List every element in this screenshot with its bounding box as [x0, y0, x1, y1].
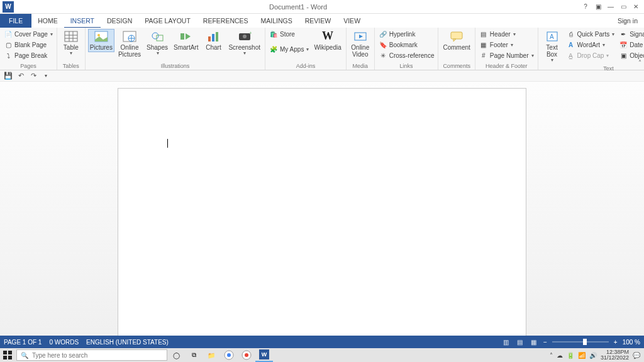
redo-button[interactable]: ↷ — [29, 72, 38, 80]
cover-page-button[interactable]: 📄Cover Page▾ — [3, 29, 54, 39]
view-read-mode-button[interactable]: ▥ — [502, 337, 511, 346]
bookmark-button[interactable]: 🔖Bookmark — [377, 40, 436, 50]
taskbar-chrome-2[interactable] — [238, 348, 255, 362]
my-apps-button[interactable]: 🧩My Apps▾ — [268, 44, 310, 54]
hyperlink-button[interactable]: 🔗Hyperlink — [377, 29, 436, 39]
svg-point-6 — [97, 34, 100, 36]
screenshot-icon: + — [237, 30, 252, 43]
header-button[interactable]: ▤Header▾ — [478, 29, 535, 39]
tab-review[interactable]: REVIEW — [299, 14, 337, 28]
collapse-ribbon-button[interactable]: ˄ — [638, 59, 641, 66]
svg-point-34 — [245, 353, 248, 357]
tab-view[interactable]: VIEW — [337, 14, 367, 28]
shapes-button[interactable]: Shapes▾ — [145, 29, 170, 58]
signature-line-icon: ✒ — [619, 30, 628, 38]
zoom-out-button[interactable]: − — [543, 339, 547, 346]
drop-cap-button[interactable]: A̲Drop Cap▾ — [565, 50, 616, 60]
save-button[interactable]: 💾 — [4, 72, 13, 80]
svg-rect-13 — [180, 33, 184, 40]
taskbar-chrome[interactable] — [220, 348, 238, 362]
tray-volume-icon[interactable]: 🔊 — [589, 352, 597, 359]
tab-file[interactable]: FILE — [0, 14, 31, 28]
online-video-button[interactable]: Online Video — [349, 29, 372, 59]
chart-label: Chart — [206, 44, 221, 51]
taskbar-file-explorer[interactable]: 📁 — [203, 348, 220, 362]
cortana-button[interactable]: ◯ — [167, 348, 185, 362]
wordart-button[interactable]: AWordArt▾ — [565, 40, 616, 50]
start-button[interactable] — [0, 348, 15, 362]
table-icon — [64, 30, 79, 43]
pictures-button[interactable]: Pictures — [88, 29, 114, 52]
zoom-slider-thumb[interactable] — [583, 339, 587, 345]
tray-battery-icon[interactable]: 🔋 — [567, 352, 574, 359]
undo-button[interactable]: ↶ — [16, 72, 25, 80]
document-area[interactable] — [0, 82, 644, 336]
svg-rect-0 — [65, 31, 77, 41]
tab-design[interactable]: DESIGN — [101, 14, 138, 28]
tab-insert[interactable]: INSERT — [64, 14, 101, 28]
maximize-button[interactable]: ▭ — [618, 1, 629, 13]
online-pictures-label: Online Pictures — [118, 44, 141, 58]
close-button[interactable]: ✕ — [630, 1, 641, 13]
group-media-label: Media — [349, 62, 372, 70]
page-break-button[interactable]: ⤵Page Break — [3, 50, 54, 60]
group-pages-label: Pages — [3, 62, 54, 70]
table-button[interactable]: Table▾ — [60, 29, 82, 58]
ribbon-display-button[interactable]: ▣ — [592, 1, 604, 13]
online-pictures-button[interactable]: Online Pictures — [116, 29, 143, 59]
zoom-level[interactable]: 100 % — [623, 339, 640, 346]
task-view-button[interactable]: ⧉ — [185, 348, 203, 362]
blank-page-button[interactable]: ▢Blank Page — [3, 40, 54, 50]
tray-wifi-icon[interactable]: 📶 — [578, 352, 586, 359]
comment-button[interactable]: Comment — [441, 29, 472, 52]
status-language[interactable]: ENGLISH (UNITED STATES) — [86, 339, 169, 346]
page-number-button[interactable]: #Page Number▾ — [478, 50, 535, 60]
help-button[interactable]: ? — [580, 1, 591, 13]
status-words[interactable]: 0 WORDS — [49, 339, 79, 346]
chart-button[interactable]: Chart — [202, 29, 225, 52]
view-print-layout-button[interactable]: ▤ — [516, 337, 525, 346]
group-links: 🔗Hyperlink 🔖Bookmark ✳Cross-reference Li… — [375, 28, 439, 70]
status-page[interactable]: PAGE 1 OF 1 — [4, 339, 42, 346]
view-web-layout-button[interactable]: ▦ — [530, 337, 538, 346]
group-text-label: Text — [541, 65, 644, 72]
quick-parts-label: Quick Parts — [577, 31, 610, 38]
tab-references[interactable]: REFERENCES — [197, 14, 255, 28]
svg-rect-30 — [8, 356, 12, 359]
qat-customize-button[interactable]: ▾ — [42, 72, 50, 80]
minimize-button[interactable]: — — [605, 1, 616, 13]
chevron-down-icon: ▾ — [50, 31, 53, 37]
tab-mailings[interactable]: MAILINGS — [255, 14, 299, 28]
group-addins: 🛍️Store 🧩My Apps▾ WWikipedia Add-ins — [265, 28, 347, 70]
svg-text:A: A — [550, 33, 554, 40]
taskbar-clock[interactable]: 12:38PM 31/12/2022 — [601, 349, 629, 361]
smartart-button[interactable]: SmartArt — [172, 29, 200, 52]
taskbar-search[interactable]: 🔍Type here to search — [16, 349, 167, 361]
notifications-button[interactable]: 💬 — [633, 352, 640, 359]
tab-home[interactable]: HOME — [31, 14, 64, 28]
tray-onedrive-icon[interactable]: ☁ — [557, 352, 563, 359]
chevron-down-icon: ▾ — [243, 51, 246, 57]
tray-overflow-button[interactable]: ˄ — [550, 352, 553, 359]
taskbar-word[interactable]: W — [255, 348, 273, 362]
cross-reference-button[interactable]: ✳Cross-reference — [377, 50, 436, 60]
sign-in-link[interactable]: Sign in — [611, 14, 644, 28]
date-time-button[interactable]: 📅Date & Time — [618, 40, 644, 50]
screenshot-button[interactable]: +Screenshot▾ — [226, 29, 262, 58]
quick-parts-button[interactable]: ⎙Quick Parts▾ — [565, 29, 616, 39]
group-comments-label: Comments — [441, 62, 472, 70]
page-break-label: Page Break — [14, 52, 47, 59]
wikipedia-button[interactable]: WWikipedia — [312, 29, 343, 52]
footer-button[interactable]: ▦Footer▾ — [478, 40, 535, 50]
clock-date: 31/12/2022 — [601, 355, 629, 361]
tab-page-layout[interactable]: PAGE LAYOUT — [138, 14, 197, 28]
zoom-in-button[interactable]: + — [614, 339, 618, 346]
signature-line-label: Signature Line — [630, 31, 644, 38]
page[interactable] — [118, 88, 526, 336]
text-box-button[interactable]: AText Box▾ — [541, 29, 564, 65]
signature-line-button[interactable]: ✒Signature Line▾ — [618, 29, 644, 39]
zoom-slider[interactable] — [552, 341, 609, 343]
svg-rect-27 — [3, 351, 7, 354]
svg-point-19 — [243, 35, 247, 38]
store-button[interactable]: 🛍️Store — [268, 29, 310, 39]
